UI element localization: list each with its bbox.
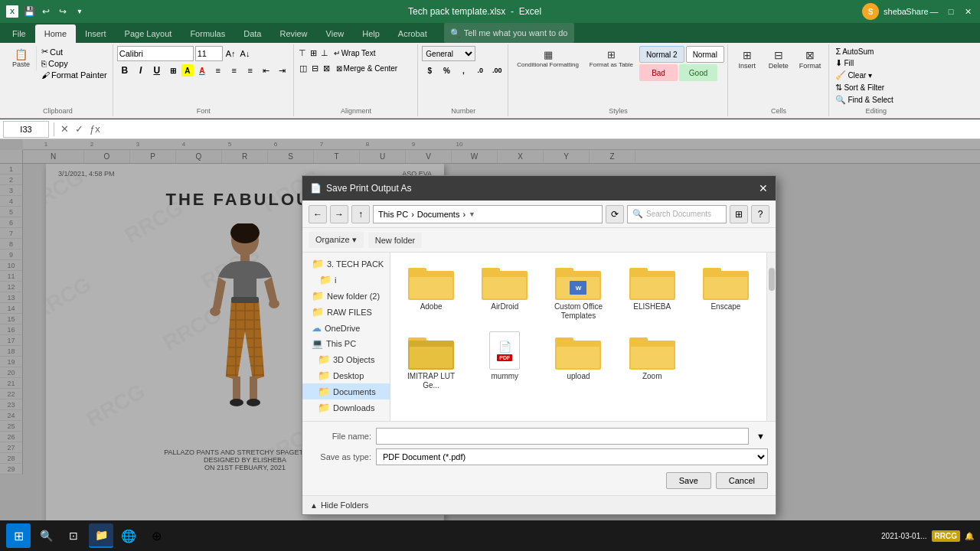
cut-btn[interactable]: ✂ Cut <box>39 46 109 57</box>
bad-style-btn[interactable]: Bad <box>639 64 678 81</box>
new-folder-btn[interactable]: New folder <box>368 233 423 248</box>
task-view-btn[interactable]: ⊡ <box>61 523 86 548</box>
indent-more-btn[interactable]: ⇥ <box>275 64 290 77</box>
increase-size-btn[interactable]: A↑ <box>224 49 237 58</box>
wrap-text-btn[interactable]: ↵ Wrap Text <box>332 46 395 60</box>
filename-dropdown-btn[interactable]: ▼ <box>753 432 768 441</box>
dec-more-btn[interactable]: .0 <box>472 63 488 78</box>
sidebar-item-3d-objects[interactable]: 📁 3D Objects <box>302 351 390 367</box>
insert-btn[interactable]: ⊞ Insert <box>732 46 763 73</box>
confirm-formula-btn[interactable]: ✓ <box>74 123 85 135</box>
sidebar-item-desktop[interactable]: 📁 Desktop <box>302 367 390 383</box>
sidebar-item-documents[interactable]: 📁 Documents <box>302 383 390 399</box>
font-color-btn[interactable]: A <box>194 63 210 78</box>
comma-btn[interactable]: , <box>456 63 471 78</box>
format-painter-btn[interactable]: 🖌 Format Painter <box>39 70 109 80</box>
sidebar-item-this-pc[interactable]: 💻 This PC <box>302 336 390 351</box>
bot-align-btn[interactable]: ⊥ <box>320 46 330 60</box>
sidebar-item-new-folder[interactable]: 📁 New folder (2) <box>302 288 390 304</box>
tell-me-box[interactable]: 🔍 Tell me what you want to do <box>444 23 574 43</box>
help-btn[interactable]: ? <box>751 205 769 223</box>
file-item-elisheba[interactable]: ELISHEBA <box>618 259 687 324</box>
breadcrumb-pc[interactable]: This PC <box>378 210 408 219</box>
breadcrumb-docs[interactable]: Documents <box>417 210 460 219</box>
bold-btn[interactable]: B <box>117 63 132 78</box>
file-item-custom-office[interactable]: W Custom Office Templates <box>544 259 612 324</box>
font-name-input[interactable] <box>117 46 194 61</box>
normal2-style-btn[interactable]: Normal 2 <box>639 46 684 63</box>
copy-btn[interactable]: ⎘ Copy <box>39 58 109 69</box>
fill-color-btn[interactable]: A <box>181 64 194 77</box>
merge-center-btn[interactable]: ⊠ Merge & Center <box>334 61 415 75</box>
search-taskbar-btn[interactable]: 🔍 <box>34 523 58 548</box>
find-select-btn[interactable]: 🔍 Find & Select <box>833 94 919 106</box>
cancel-btn[interactable]: Cancel <box>716 472 768 489</box>
taskbar-notification-btn[interactable]: 🔔 <box>965 532 974 540</box>
decrease-size-btn[interactable]: A↓ <box>239 49 252 58</box>
indent-less-btn[interactable]: ⇤ <box>259 64 274 77</box>
dialog-scrollbar[interactable] <box>766 253 776 421</box>
fill-btn[interactable]: ⬇ Fill <box>833 57 919 69</box>
save-btn[interactable]: Save <box>666 472 711 489</box>
tab-data[interactable]: Data <box>234 24 270 43</box>
normal-style-btn[interactable]: Normal <box>686 46 724 63</box>
sidebar-item-downloads[interactable]: 📁 Downloads <box>302 399 390 416</box>
cell-ref-input[interactable] <box>3 121 49 138</box>
clear-btn[interactable]: 🧹 Clear ▾ <box>833 70 919 81</box>
file-item-enscape[interactable]: Enscape <box>691 259 760 324</box>
format-btn[interactable]: ⊠ Format <box>795 46 826 73</box>
taskbar-edge-btn[interactable]: 🌐 <box>116 523 141 548</box>
start-btn[interactable]: ⊞ <box>6 523 31 548</box>
scroll-thumb[interactable] <box>769 268 775 291</box>
taskbar-folder-btn[interactable]: 📁 <box>89 523 113 548</box>
share-btn[interactable]: Share <box>911 5 923 18</box>
sidebar-item-tech-pack[interactable]: 📁 3. TECH PACK <box>302 256 390 272</box>
search-placeholder[interactable]: Search Documents <box>646 210 711 218</box>
tab-home[interactable]: Home <box>35 24 76 43</box>
delete-btn[interactable]: ⊟ Delete <box>763 46 794 73</box>
conditional-formatting-btn[interactable]: ▦ Conditional Formatting <box>512 46 583 71</box>
file-item-zoom[interactable]: Zoom <box>618 328 687 393</box>
tab-acrobat[interactable]: Acrobat <box>389 24 436 43</box>
customize-quick-btn[interactable]: ▼ <box>72 4 87 19</box>
save-quick-btn[interactable]: 💾 <box>21 4 37 19</box>
tab-page-layout[interactable]: Page Layout <box>116 24 181 43</box>
savetype-select[interactable]: PDF Document (*.pdf) <box>376 448 768 465</box>
mid-align-btn[interactable]: ⊞ <box>309 46 318 60</box>
minimize-btn[interactable]: — <box>928 5 940 18</box>
hide-folders-btn[interactable]: ▲ Hide Folders <box>302 495 776 514</box>
tab-view[interactable]: View <box>317 24 354 43</box>
dec-less-btn[interactable]: .00 <box>489 63 505 78</box>
center-align-btn[interactable]: ⊟ <box>309 61 320 75</box>
underline-btn[interactable]: U <box>149 63 165 78</box>
nav-forward-btn[interactable]: → <box>330 205 348 223</box>
filename-input[interactable] <box>376 428 749 445</box>
align-center-btn[interactable]: ≡ <box>227 64 242 77</box>
file-item-imitrap[interactable]: IMITRAP LUT Ge... <box>397 328 466 393</box>
maximize-btn[interactable]: □ <box>945 5 957 18</box>
view-options-btn[interactable]: ⊞ <box>730 205 748 223</box>
italic-btn[interactable]: I <box>133 63 149 78</box>
font-size-input[interactable] <box>195 46 223 61</box>
tab-help[interactable]: Help <box>353 24 389 43</box>
taskbar-chrome-btn[interactable]: ⊕ <box>144 523 168 548</box>
cancel-formula-btn[interactable]: ✕ <box>59 123 70 135</box>
top-align-btn[interactable]: ⊤ <box>298 46 308 60</box>
dialog-close-btn[interactable]: ✕ <box>759 182 768 194</box>
dollar-btn[interactable]: $ <box>422 63 437 78</box>
format-as-table-btn[interactable]: ⊞ Format as Table <box>585 46 638 71</box>
align-left-btn[interactable]: ≡ <box>211 64 226 77</box>
close-btn[interactable]: ✕ <box>962 5 974 18</box>
border-btn[interactable]: ⊞ <box>165 63 181 78</box>
tab-insert[interactable]: Insert <box>76 24 116 43</box>
nav-back-btn[interactable]: ← <box>309 205 327 223</box>
undo-quick-btn[interactable]: ↩ <box>38 4 54 19</box>
good-style-btn[interactable]: Good <box>679 64 717 81</box>
sort-filter-btn[interactable]: ⇅ Sort & Filter <box>833 82 919 93</box>
nav-refresh-btn[interactable]: ⟳ <box>606 205 624 223</box>
autosum-btn[interactable]: Σ AutoSum <box>833 46 919 57</box>
sidebar-item-raw-files[interactable]: 📁 RAW FILES <box>302 304 390 320</box>
file-item-adobe[interactable]: Adobe <box>397 259 466 324</box>
tab-review[interactable]: Review <box>270 24 316 43</box>
organize-btn[interactable]: Organize ▾ <box>309 232 364 248</box>
